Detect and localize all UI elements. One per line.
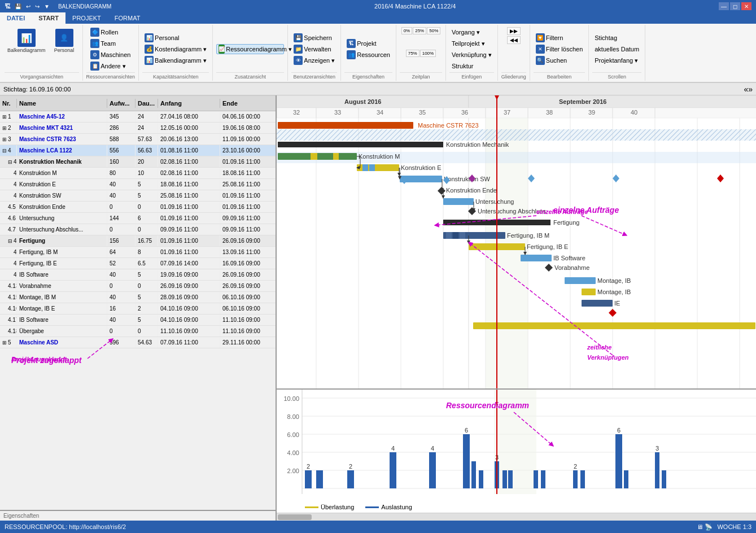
expand-icon[interactable]: ⊟ (8, 238, 12, 244)
td-name: Vorabnahme (17, 281, 107, 291)
expand-icon[interactable]: ⊟ (8, 159, 12, 165)
td-anfang: 12.05.16 00:00 (158, 123, 220, 133)
tab-format[interactable]: FORMAT (108, 12, 147, 24)
btn-balkendiagramm-cap[interactable]: 📊 Balkendiagramm ▾ (142, 55, 209, 65)
rg-label-kapazitaetsansichten: Kapazitätsansichten (142, 72, 209, 80)
table-row[interactable]: ⊞2 Maschine MKT 4321 286 24 12.05.16 00:… (0, 123, 276, 134)
table-row[interactable]: ⊟4.1 Konstruktion Mechanik 160 20 02.08.… (0, 156, 276, 168)
table-row[interactable]: 4.17 IB Software 40 5 04.10.16 09:00 11.… (0, 314, 276, 326)
btn-stichtag[interactable]: Stichtag (592, 33, 619, 43)
btn-75pct[interactable]: 75% (406, 50, 419, 57)
table-row[interactable]: 4.18 Übergabe 0 0 11.10.16 09:00 11.10.1… (0, 326, 276, 337)
table-row[interactable]: ⊞3 Maschine CSTR 7623 588 57.63 20.06.16… (0, 134, 276, 145)
btn-filtern[interactable]: 🔽 Filtern (534, 33, 566, 43)
table-row[interactable]: 4.7 Untersuchung Abschlus... 0 0 09.09.1… (0, 224, 276, 235)
scrollbar-thumb[interactable] (278, 514, 312, 520)
btn-suchen[interactable]: 🔍 Suchen (534, 55, 569, 65)
expand-icon[interactable]: ⊞ (2, 125, 7, 131)
table-row[interactable]: ⊞1 Maschine A45-12 345 24 27.04.16 08:00… (0, 111, 276, 123)
btn-100pct[interactable]: 100% (420, 50, 436, 57)
horizontal-scrollbar[interactable] (277, 513, 756, 521)
table-row[interactable]: ⊟4.8 Fertigung 156 16.75 01.09.16 11:00 … (0, 235, 276, 247)
team-icon: 👥 (90, 39, 99, 48)
svg-marker-99 (717, 174, 724, 182)
btn-projekt-prop[interactable]: 🏗 Projekt (344, 38, 378, 49)
qa-save[interactable]: 💾 (13, 3, 23, 10)
legend-ueberlastung-line (305, 506, 318, 508)
table-row[interactable]: 4.13 Vorabnahme 0 0 26.09.16 09:00 26.09… (0, 281, 276, 292)
svg-text:34: 34 (377, 109, 383, 116)
tab-projekt[interactable]: PROJEKT (65, 12, 108, 24)
qa-redo[interactable]: ↪ (33, 3, 41, 10)
btn-verknuepfung[interactable]: Verknüpfung ▾ (449, 50, 494, 60)
btn-aktuelles-datum[interactable]: aktuelles Datum (592, 44, 641, 54)
tab-start[interactable]: START (32, 12, 65, 24)
btn-team[interactable]: 👥 Team (88, 38, 118, 49)
rg-label-vorgangsansichten: Vorgangsansichten (5, 72, 79, 80)
table-row[interactable]: 4.8.2 Fertigung, IB E 52 6.5 07.09.16 14… (0, 258, 276, 269)
btn-rollen[interactable]: 🔷 Rollen (88, 27, 120, 37)
qa-dropdown[interactable]: ▼ (42, 3, 51, 10)
btn-25pct[interactable]: 25% (413, 27, 426, 34)
ribbon-group-eigenschaften: 🏗 Projekt 👥 Ressourcen Eigenschaften (341, 25, 396, 81)
table-row[interactable]: 4.1.3 Konstruktion SW 40 5 25.08.16 11:0… (0, 190, 276, 202)
td-nr: ⊞3 (0, 134, 17, 145)
td-anfang: 01.09.16 11:00 (158, 247, 220, 257)
btn-struktur[interactable]: Struktur (449, 61, 476, 71)
table-row[interactable]: ⊟4 Maschine LCA 1122 556 56.63 01.08.16 … (0, 145, 276, 156)
expand-icon[interactable]: ⊞ (2, 114, 7, 120)
qa-undo[interactable]: ↩ (24, 3, 32, 10)
btn-projektanfang[interactable]: Projektanfang ▾ (592, 55, 640, 65)
table-row[interactable]: 4.1.2 Konstruktion E 40 5 18.08.16 11:00… (0, 179, 276, 190)
table-row[interactable]: 4.6 Untersuchung 144 6 01.09.16 11:00 09… (0, 213, 276, 224)
expand-icon[interactable]: ⊟ (2, 148, 7, 154)
gantt-header-bar: Stichtag: 16.09.16 00:00 «» (0, 83, 756, 95)
verknuepfung-label: Verknüpfung ▾ (452, 51, 492, 59)
expand-icon[interactable]: ⊞ (2, 340, 7, 346)
btn-balkendiagramm[interactable]: 📊 Balkendiagramm (5, 27, 49, 55)
btn-ressourcendiagramm[interactable]: 📈 Ressourcendiagramm ▾ (216, 44, 284, 54)
tab-datei[interactable]: DATEI (0, 12, 32, 24)
btn-anzeigen[interactable]: 👁 Anzeigen ▾ (291, 55, 337, 65)
table-row[interactable]: 4.16 Montage, IB E 16 2 04.10.16 09:00 0… (0, 303, 276, 314)
btn-ressourcen-prop[interactable]: 👥 Ressourcen (344, 50, 392, 60)
btn-filter-loeschen[interactable]: ✕ Filter löschen (534, 44, 585, 54)
td-nr: 4.8.3 (0, 269, 17, 280)
td-anfang: 01.09.16 11:00 (158, 213, 220, 224)
btn-personal-cap[interactable]: 📊 Personal (142, 33, 181, 43)
table-row[interactable]: 4.15 Montage, IB M 40 5 28.09.16 09:00 0… (0, 292, 276, 303)
btn-speichern[interactable]: 💾 Speichern (291, 33, 334, 43)
table-row[interactable]: 4.5 Konstruktion Ende 0 0 01.09.16 11:00… (0, 202, 276, 213)
btn-personal-view[interactable]: 👤 Personal (50, 27, 79, 55)
btn-50pct[interactable]: 50% (427, 27, 440, 34)
minimize-button[interactable]: — (719, 2, 729, 10)
btn-maschinen[interactable]: ⚙ Maschinen (88, 50, 133, 60)
table-row[interactable]: 4.1.1 Konstruktion M 80 10 02.08.16 11:0… (0, 168, 276, 179)
btn-expand-all[interactable]: ▶▶ (507, 27, 521, 35)
btn-collapse-all[interactable]: ◀◀ (507, 36, 521, 44)
table-row[interactable]: ⊞5 Maschine ASD 596 54.63 07.09.16 11:00… (0, 337, 276, 348)
td-aufwand: 144 (107, 213, 136, 224)
svg-text:Montage, IB: Montage, IB (597, 277, 631, 284)
table-row[interactable]: 4.8.1 Fertigung, IB M 64 8 01.09.16 11:0… (0, 247, 276, 258)
collapse-btn[interactable]: «» (744, 85, 753, 94)
teilprojekt-label: Teilprojekt ▾ (452, 40, 485, 47)
btn-verwalten[interactable]: 📁 Verwalten (291, 44, 333, 54)
svg-text:4: 4 (431, 445, 434, 452)
btn-vorgang[interactable]: Vorgang ▾ (449, 27, 482, 37)
table-row[interactable]: 4.8.3 IB Software 40 5 19.09.16 09:00 26… (0, 269, 276, 281)
expand-icon[interactable]: ⊞ (2, 137, 7, 142)
td-aufwand: 0 (107, 202, 136, 212)
btn-0pct[interactable]: 0% (401, 27, 413, 34)
close-button[interactable]: ✕ (741, 2, 751, 10)
btn-kostendiagramm[interactable]: 💰 Kostendiagramm ▾ (142, 44, 209, 54)
btn-andere[interactable]: 📋 Andere ▾ (88, 61, 128, 71)
td-anfang: 09.09.16 11:00 (158, 224, 220, 235)
svg-rect-143 (615, 434, 622, 488)
ressourcendiagramm-icon: 📈 (219, 45, 225, 54)
btn-teilprojekt[interactable]: Teilprojekt ▾ (449, 38, 487, 49)
td-ende: 01.09.16 11:00 (220, 156, 276, 167)
td-dauer: 5 (136, 179, 158, 190)
td-ende: 25.08.16 11:00 (220, 179, 276, 190)
restore-button[interactable]: ◻ (730, 2, 740, 10)
